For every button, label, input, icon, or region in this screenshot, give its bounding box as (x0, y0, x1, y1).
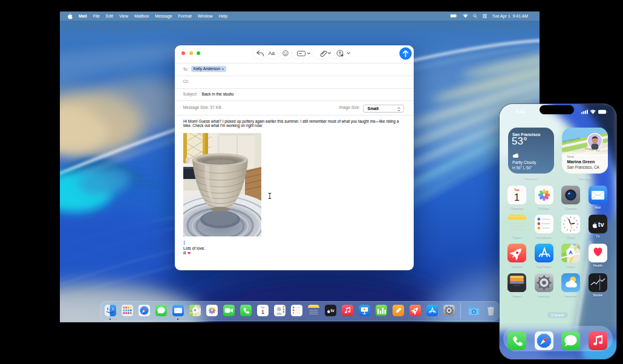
svg-text:tv: tv (330, 308, 334, 312)
svg-text:1: 1 (261, 308, 264, 315)
svg-text:1: 1 (514, 191, 520, 202)
svg-text:tv: tv (598, 221, 604, 228)
